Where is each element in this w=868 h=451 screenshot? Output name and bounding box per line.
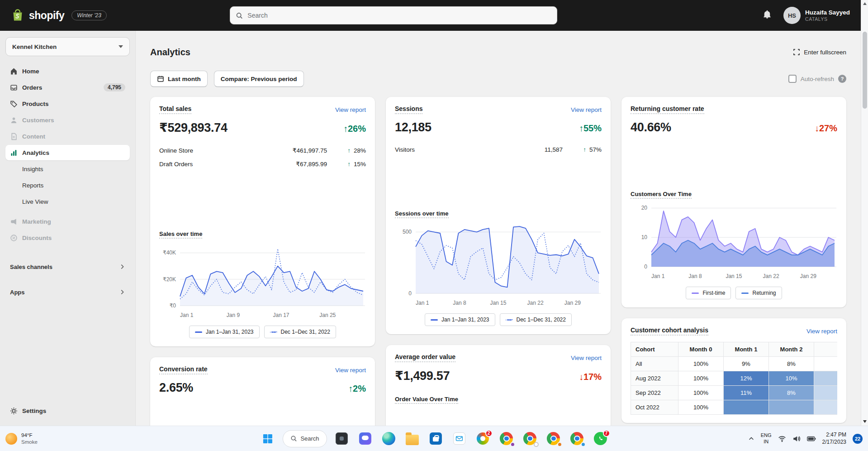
metric-value: ₹67,895.99 [296,160,327,168]
shopify-logo[interactable]: shopify Winter '23 [11,9,107,22]
date-range-button[interactable]: Last month [150,71,208,87]
search-icon [236,12,243,19]
returning-rate-delta: ↓27% [815,123,837,134]
sidebar-item-label: Home [22,68,39,75]
volume-icon[interactable] [792,435,801,443]
svg-text:₹0: ₹0 [170,302,176,309]
enter-fullscreen-button[interactable]: Enter fullscreen [793,48,846,56]
card-title[interactable]: Total sales [159,105,191,114]
chrome-profile-badge [581,442,586,447]
view-report-link[interactable]: View report [806,328,837,335]
edge-icon[interactable] [380,429,398,449]
card-title[interactable]: Returning customer rate [631,105,704,114]
legend-item-previous[interactable]: Dec 1–Dec 31, 2022 [264,326,336,338]
sidebar-item-live-view[interactable]: Live View [5,194,130,209]
chrome-icon-4[interactable] [569,429,586,449]
app-badge-count: 2 [485,430,493,437]
legend-item-first-time[interactable]: First-time [686,287,731,299]
user-name: Huzaifa Sayyed [805,9,850,17]
settings-label: Settings [22,408,46,414]
conversion-rate-value: 2.65% [159,381,193,395]
cohort-cell: Aug 2022 [631,371,678,386]
start-button[interactable] [259,429,276,449]
sessions-value: 12,185 [395,120,432,134]
language-switcher[interactable]: ENG IN [761,432,772,444]
legend-item-previous[interactable]: Dec 1–Dec 31, 2022 [500,313,572,326]
store-selector[interactable]: Kennel Kitchen [5,37,130,56]
sidebar-item-insights[interactable]: Insights [5,161,130,177]
scrollbar-up-arrow[interactable] [863,2,867,5]
chrome-icon-2[interactable] [522,429,539,449]
battery-icon[interactable] [807,436,816,442]
chrome-icon-1[interactable] [498,429,515,449]
chrome-icon-3[interactable] [545,429,562,449]
wifi-icon[interactable] [778,435,786,443]
compare-label: Compare: Previous period [221,76,297,82]
chart-label[interactable]: Order Value Over Time [395,396,458,404]
view-report-link[interactable]: View report [571,106,602,113]
chevron-up-icon[interactable] [748,436,754,442]
browser-scrollbar[interactable] [861,0,868,426]
notifications-bell-button[interactable] [763,10,772,21]
language-region: IN [761,439,772,445]
sidebar-item-marketing[interactable]: Marketing [5,214,130,229]
card-title[interactable]: Sessions [395,105,422,114]
svg-text:₹40K: ₹40K [163,249,176,256]
scrollbar-thumb[interactable] [863,32,867,109]
auto-refresh-checkbox[interactable] [788,75,797,83]
help-icon[interactable]: ? [838,75,846,83]
chart-label[interactable]: Sales over time [159,230,202,239]
whatsapp-icon[interactable]: 7 [592,429,609,449]
chart-label[interactable]: Sessions over time [395,210,449,218]
metric-row: Online Store ₹461,997.75 ↑28% [159,147,366,154]
sidebar-item-reports[interactable]: Reports [5,178,130,193]
sidebar-item-discounts[interactable]: Discounts [5,230,130,245]
taskbar-search[interactable]: Search [282,430,327,447]
sidebar-apps[interactable]: Apps [5,284,130,300]
sidebar-item-content[interactable]: Content [5,129,130,144]
x-tick-label: Jan 29 [564,300,602,306]
dark-app-icon[interactable] [333,429,351,449]
weather-widget[interactable]: 94°F Smoke [5,432,38,445]
sidebar-item-customers[interactable]: Customers [5,112,130,128]
file-explorer-icon[interactable] [404,429,421,449]
gear-icon [10,407,18,415]
sidebar-item-settings[interactable]: Settings [5,404,130,417]
card-title[interactable]: Average order value [395,353,455,362]
global-search[interactable] [230,6,557,24]
search-input[interactable] [247,12,551,19]
chart-label[interactable]: Customers Over Time [631,191,692,199]
microsoft-store-icon[interactable] [427,429,445,449]
legend-item-current[interactable]: Jan 1–Jan 31, 2023 [189,326,259,338]
sidebar-sales-channels[interactable]: Sales channels [5,259,130,274]
mail-icon[interactable] [451,429,468,449]
card-title[interactable]: Conversion rate [159,365,208,374]
chrome-profile-badge [557,442,562,447]
colorful-app-icon[interactable]: 2 [474,429,492,449]
chevron-right-icon [119,289,125,295]
sidebar-item-home[interactable]: Home [5,63,130,79]
user-menu[interactable]: HS Huzaifa Sayyed CATALYS [783,7,850,24]
sidebar-item-analytics[interactable]: Analytics [5,145,130,160]
card-title[interactable]: Customer cohort analysis [631,326,708,336]
sidebar-item-orders[interactable]: Orders 4,795 [5,80,130,95]
legend-item-returning[interactable]: Returning [735,287,782,299]
metric-row: Visitors 11,587 ↑57% [395,146,602,153]
taskbar-clock[interactable]: 2:47 PM 2/17/2023 [822,432,846,446]
view-report-link[interactable]: View report [571,355,602,361]
notification-count-badge[interactable]: 22 [853,434,863,444]
chrome-profile-badge [534,442,539,447]
first-time-swatch [692,293,699,294]
chat-icon[interactable] [357,429,374,449]
sidebar-item-products[interactable]: Products [5,96,130,111]
cohort-cell [814,400,838,415]
view-report-link[interactable]: View report [335,367,366,374]
scrollbar-down-arrow[interactable] [863,420,867,423]
windows-logo-icon [262,433,273,444]
sales-over-time-chart: ₹40K₹20K₹0 [159,243,366,311]
legend-item-current[interactable]: Jan 1–Jan 31, 2023 [425,313,495,326]
svg-text:20: 20 [641,205,648,211]
metric-label: Visitors [395,146,545,153]
compare-button[interactable]: Compare: Previous period [214,71,304,87]
view-report-link[interactable]: View report [335,106,366,113]
